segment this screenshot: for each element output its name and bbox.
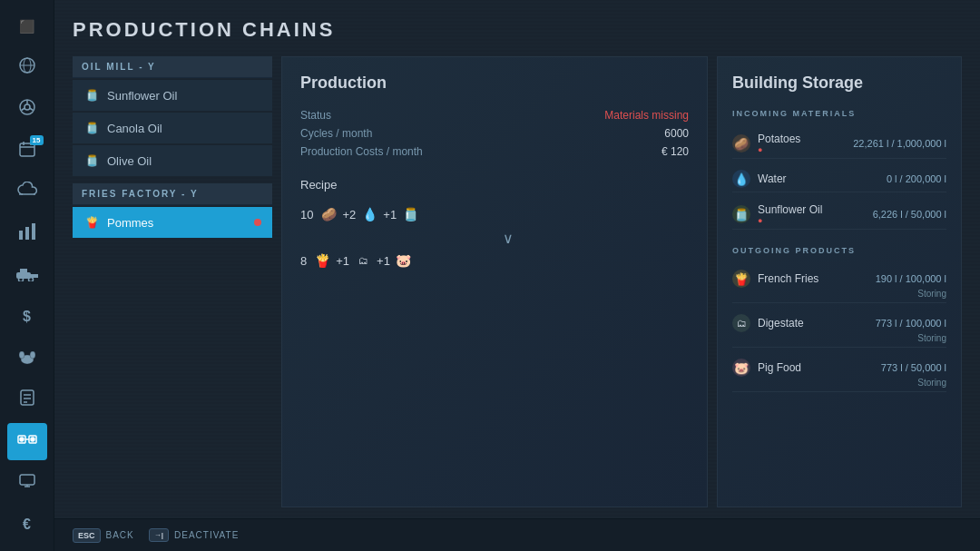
globe-icon [18, 56, 36, 79]
sunflower-oil-storage-icon: 🫙 [732, 205, 750, 223]
storage-item-potatoes: 🥔 Potatoes ● 22,261 l / 1,000,000 l [732, 129, 946, 159]
back-label: BACK [106, 530, 134, 540]
page-title: PRODUCTION CHAINS [73, 18, 962, 42]
esc-key: ESC [73, 528, 101, 543]
recipe-title: Recipe [300, 178, 689, 192]
sidebar-item-computer[interactable] [7, 464, 47, 502]
pommes-label: Pommes [107, 216, 153, 230]
water-icon: 💧 [359, 204, 379, 224]
fries-output-icon: 🍟 [312, 251, 332, 271]
stats-icon [18, 223, 36, 244]
sidebar-item-globe[interactable] [7, 49, 47, 87]
potatoes-value: 22,261 l / 1,000,000 l [853, 138, 946, 149]
potatoes-label: Potatoes [758, 133, 800, 145]
olive-oil-icon: 🫙 [83, 153, 100, 169]
potatoes-warning: ● [758, 145, 800, 154]
oil-icon: 🫙 [400, 204, 420, 224]
deactivate-button[interactable]: →| DEACTIVATE [149, 528, 240, 542]
sidebar-item-stats[interactable] [7, 215, 47, 253]
sunflower-oil-value: 6,226 l / 50,000 l [873, 209, 946, 220]
pommes-alert-dot [254, 219, 261, 226]
pig-food-left: 🐷 Pig Food [732, 359, 801, 377]
potatoes-name-block: Potatoes ● [758, 133, 800, 154]
sunflower-oil-warning: ● [758, 216, 822, 225]
sidebar-item-missions[interactable] [7, 381, 47, 419]
pig-food-label: Pig Food [758, 361, 801, 374]
storage-item-pig-food: 🐷 Pig Food 773 l / 50,000 l Storing [732, 355, 946, 392]
sidebar-item-calendar[interactable]: 15 [7, 132, 47, 170]
main-content: PRODUCTION CHAINS OIL MILL - Y 🫙 Sunflow… [54, 0, 980, 551]
sunflower-oil-left: 🫙 Sunflower Oil ● [732, 203, 822, 225]
digestate-label: Digestate [758, 317, 804, 330]
status-row: Status Materials missing [300, 109, 689, 122]
plus-1: +2 [342, 208, 356, 221]
list-item-canola-oil[interactable]: 🫙 Canola Oil [73, 113, 272, 143]
sunflower-oil-name-block: Sunflower Oil ● [758, 203, 822, 225]
canola-oil-icon: 🫙 [83, 120, 100, 136]
building-storage-title: Building Storage [732, 74, 946, 93]
digestate-icon-storage: 🗂 [732, 314, 750, 332]
status-value: Materials missing [604, 109, 689, 122]
list-item-sunflower-oil[interactable]: 🫙 Sunflower Oil [73, 80, 272, 111]
sidebar-item-euro[interactable]: € [7, 506, 47, 544]
canola-oil-label: Canola Oil [107, 122, 162, 135]
potatoes-icon: 🥔 [732, 134, 750, 153]
sidebar-item-animals[interactable] [7, 339, 47, 378]
costs-label: Production Costs / month [300, 145, 423, 158]
sidebar-item-weather[interactable] [7, 173, 47, 212]
sidebar-item-finance[interactable]: $ [7, 298, 47, 336]
french-fries-icon: 🍟 [732, 270, 750, 288]
svg-rect-14 [32, 223, 35, 240]
storage-item-sunflower-oil: 🫙 Sunflower Oil ● 6,226 l / 50,000 l [732, 200, 946, 230]
fries-factory-category: FRIES FACTORY - Y [73, 183, 272, 205]
svg-point-30 [20, 438, 24, 441]
missions-icon [19, 389, 35, 411]
costs-value: € 120 [662, 145, 689, 158]
svg-rect-13 [25, 227, 29, 240]
production-icon [17, 432, 37, 451]
recipe-section: Recipe 10 🥔 +2 💧 +1 🫙 ∨ 8 🍟 +1 🗂 +1 � [300, 178, 689, 276]
french-fries-value: 190 l / 100,000 l [876, 273, 946, 284]
pigfood-icon: 🐷 [394, 251, 414, 271]
sidebar-item-production[interactable] [7, 423, 47, 461]
water-value: 0 l / 200,000 l [887, 173, 946, 184]
recipe-inputs-row: 10 🥔 +2 💧 +1 🫙 [300, 204, 689, 224]
back-button[interactable]: ESC BACK [73, 528, 134, 543]
digestate-icon: 🗂 [353, 251, 373, 271]
french-fries-left: 🍟 French Fries [732, 270, 818, 288]
storage-item-water: 💧 Water 0 l / 200,000 l [732, 166, 946, 192]
costs-row: Production Costs / month € 120 [300, 145, 689, 158]
storage-item-digestate: 🗂 Digestate 773 l / 100,000 l Storing [732, 310, 946, 348]
svg-line-6 [21, 108, 24, 111]
production-chains-list: OIL MILL - Y 🫙 Sunflower Oil 🫙 Canola Oi… [73, 56, 272, 507]
recipe-arrow: ∨ [328, 230, 689, 247]
sidebar-item-overview[interactable]: ⬛ [7, 7, 47, 45]
water-left: 💧 Water [732, 170, 787, 188]
production-stats: Status Materials missing Cycles / month … [300, 109, 689, 158]
plus-2: +1 [383, 208, 397, 221]
water-storage-icon: 💧 [732, 170, 750, 188]
storage-item-french-fries: 🍟 French Fries 190 l / 100,000 l Storing [732, 266, 946, 303]
list-item-olive-oil[interactable]: 🫙 Olive Oil [73, 145, 272, 176]
pig-food-value: 773 l / 50,000 l [881, 362, 946, 373]
building-storage-panel: Building Storage INCOMING MATERIALS 🥔 Po… [717, 56, 962, 507]
pig-food-icon: 🐷 [732, 359, 750, 377]
vehicles-icon [16, 265, 38, 286]
sidebar-item-vehicles[interactable] [7, 257, 47, 295]
incoming-materials-header: INCOMING MATERIALS [732, 109, 946, 118]
svg-point-21 [19, 351, 24, 359]
list-item-pommes[interactable]: 🍟 Pommes [73, 207, 272, 238]
deactivate-label: DEACTIVATE [174, 530, 239, 540]
weather-icon [17, 182, 37, 202]
french-fries-row: 🍟 French Fries 190 l / 100,000 l [732, 270, 946, 288]
sunflower-oil-label: Sunflower Oil [107, 89, 177, 103]
svg-point-4 [24, 104, 30, 110]
cycles-row: Cycles / month 6000 [300, 127, 689, 140]
water-label: Water [758, 172, 787, 185]
quantity-8: 8 [300, 254, 307, 268]
sidebar-item-steering[interactable] [7, 91, 47, 129]
recipe-outputs-row: 8 🍟 +1 🗂 +1 🐷 [300, 251, 689, 271]
production-panel: Production Status Materials missing Cycl… [281, 56, 708, 507]
status-label: Status [300, 109, 331, 122]
french-fries-label: French Fries [758, 272, 818, 285]
